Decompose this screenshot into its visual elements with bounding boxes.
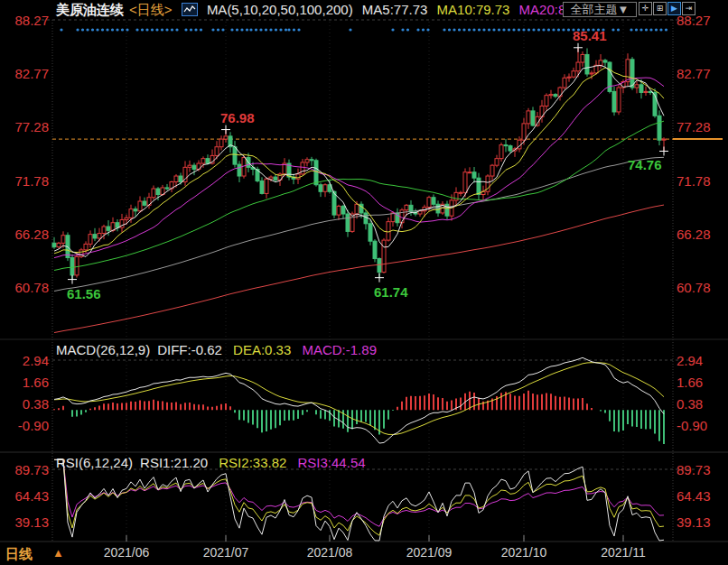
- price-annotation: 76.98: [220, 110, 255, 125]
- time-axis-label: 2021/09: [397, 545, 461, 560]
- price-axis-label-left: 66.28: [0, 227, 49, 242]
- ma10-value: MA10:79.73: [437, 2, 510, 17]
- price-annotation: 61.74: [374, 284, 408, 300]
- rsi2-value: RSI2:33.82: [219, 455, 286, 470]
- move-icon[interactable]: ✛: [639, 2, 652, 15]
- axis-settings-icon[interactable]: ⊞: [653, 2, 667, 15]
- price-axis-label-left: 77.28: [0, 119, 49, 134]
- macd-axis-label-right: 1.66: [677, 375, 725, 390]
- rsi-axis-label-right: 64.43: [677, 488, 725, 504]
- macd-axis-label-right: 2.94: [677, 353, 725, 368]
- price-axis-label-left: 82.77: [0, 66, 49, 81]
- rsi3-value: RSI3:44.54: [298, 455, 366, 470]
- time-axis-label: 2021/07: [194, 545, 257, 560]
- price-axis-label-right: 71.78: [677, 173, 725, 189]
- time-axis-label: 2021/08: [298, 545, 361, 560]
- macd-dea-value: DEA:0.33: [233, 342, 291, 357]
- time-axis-label: 2021/06: [95, 545, 158, 560]
- price-axis-label-right: 60.78: [677, 280, 725, 295]
- rsi-axis-label-right: 89.73: [677, 462, 725, 477]
- macd-axis-label-left: 0.38: [0, 396, 49, 412]
- theme-dropdown[interactable]: 全部主题▼: [563, 2, 637, 17]
- rsi-axis-label-left: 39.13: [0, 514, 49, 530]
- ma-settings-label: MA(5,10,20,50,100,200): [207, 2, 353, 17]
- macd-header: MACD(26,12,9)DIFF:-0.62 DEA:0.33 MACD:-1…: [56, 342, 384, 357]
- price-annotation: 85.41: [573, 28, 607, 43]
- period-tag: <日线>: [129, 2, 173, 17]
- period-up-arrow[interactable]: ▲: [52, 546, 64, 560]
- price-axis-label-right: 77.28: [677, 119, 725, 134]
- macd-axis-label-right: -0.90: [677, 418, 725, 433]
- macd-macd-value: MACD:-1.89: [302, 342, 377, 357]
- ma5-value: MA5:77.73: [362, 2, 428, 17]
- price-axis-label-left: 71.78: [0, 173, 49, 189]
- price-axis-label-right: 82.77: [677, 66, 725, 81]
- mini-chart-icon[interactable]: [182, 3, 198, 16]
- chart-app: 美原油连续<日线> MA(5,10,20,50,100,200) MA5:77.…: [0, 0, 728, 565]
- time-axis-label: 2021/10: [492, 545, 555, 560]
- macd-axis-label-left: 2.94: [0, 353, 49, 368]
- rsi-title: RSI(6,12,24): [56, 455, 133, 470]
- period-label[interactable]: 日线: [5, 546, 33, 563]
- rsi-axis-label-right: 39.13: [677, 514, 725, 530]
- macd-axis-label-right: 0.38: [677, 396, 725, 412]
- rsi-axis-label-left: 89.73: [0, 462, 49, 477]
- price-annotation: 61.56: [67, 286, 101, 301]
- rsi1-value: RSI1:21.20: [140, 455, 208, 470]
- rsi-axis-label-left: 64.43: [0, 488, 49, 504]
- macd-title: MACD(26,12,9): [56, 342, 150, 357]
- price-axis-label-left: 60.78: [0, 280, 49, 295]
- symbol-title: 美原油连续: [56, 2, 124, 17]
- rsi-header: RSI(6,12,24)RSI1:21.20 RSI2:33.82 RSI3:4…: [56, 455, 373, 470]
- macd-axis-label-left: -0.90: [0, 418, 49, 433]
- price-annotation: 74.76: [628, 157, 662, 172]
- chart-canvas: [0, 0, 728, 565]
- price-axis-label-left: 88.27: [0, 13, 49, 28]
- price-axis-label-right: 88.27: [677, 13, 725, 28]
- macd-axis-label-left: 1.66: [0, 375, 49, 390]
- time-axis-label: 2021/11: [592, 545, 655, 560]
- macd-diff-value: DIFF:-0.62: [157, 342, 222, 357]
- price-axis-label-right: 66.28: [677, 227, 725, 242]
- main-header: 美原油连续<日线> MA(5,10,20,50,100,200) MA5:77.…: [56, 2, 642, 18]
